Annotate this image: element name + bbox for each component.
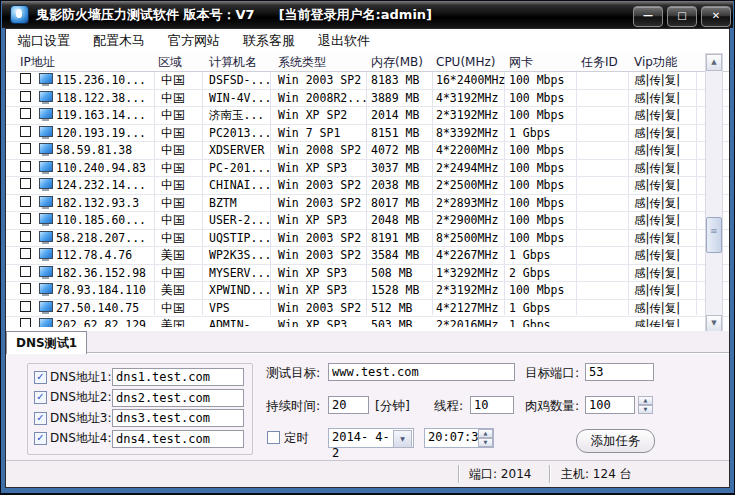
scroll-up-icon[interactable]: ▲ <box>706 54 722 71</box>
dns-checkbox[interactable]: ✓ <box>34 371 47 384</box>
table-row[interactable]: 202.62.82.129 美国 ADMIN-... Win XP SP3 50… <box>6 317 729 327</box>
time-picker[interactable]: 20:07:30 ▲ ▼ <box>424 428 494 448</box>
cell-computer-name: BZTM <box>209 196 237 210</box>
vertical-scrollbar[interactable]: ▲ ▼ <box>705 53 723 333</box>
status-hosts: 主机: 124 台 <box>561 466 632 483</box>
row-checkbox[interactable] <box>20 196 31 207</box>
cell-os: Win XP SP3 <box>278 213 347 227</box>
target-input[interactable] <box>328 363 515 381</box>
cell-ip: 119.163.14... <box>56 108 146 122</box>
row-checkbox[interactable] <box>20 318 31 327</box>
timer-checkbox[interactable] <box>267 431 280 444</box>
menu-item[interactable]: 退出软件 <box>318 32 370 50</box>
table-row[interactable]: 58.218.207... 中国 UQSTIP... Win 2003 SP2 … <box>6 230 729 248</box>
column-header[interactable]: 任务ID <box>581 54 618 70</box>
column-header[interactable]: 内存(MB) <box>371 54 423 70</box>
row-checkbox[interactable] <box>20 213 31 224</box>
dns-checkbox[interactable]: ✓ <box>34 432 47 445</box>
table-row[interactable]: 120.193.19... 中国 PC2013... Win 7 SP1 815… <box>6 125 729 143</box>
column-header[interactable]: 网卡 <box>509 54 533 70</box>
cell-network: 100 Mbps <box>509 283 564 297</box>
tab[interactable]: DNS测试1 <box>6 331 87 354</box>
cell-network: 100 Mbps <box>509 196 564 210</box>
cell-ip: 115.236.10... <box>56 73 146 87</box>
cell-network: 100 Mbps <box>509 91 564 105</box>
date-picker[interactable]: 2014- 4- 2 ▼ <box>328 428 414 448</box>
cell-memory: 3889 MB <box>371 91 419 105</box>
cell-memory: 2038 MB <box>371 178 419 192</box>
table-row[interactable]: 182.132.93.3 中国 BZTM Win 2003 SP2 8017 M… <box>6 195 729 213</box>
column-header[interactable]: 区域 <box>158 54 182 70</box>
dns-checkbox[interactable]: ✓ <box>34 391 47 404</box>
table-row[interactable]: 124.232.14... 中国 CHINAI... Win 2003 SP2 … <box>6 177 729 195</box>
row-checkbox[interactable] <box>20 143 31 154</box>
table-row[interactable]: 27.50.140.75 中国 VPS Win 2003 SP2 512 MB … <box>6 300 729 318</box>
bots-input[interactable] <box>585 396 635 414</box>
table-row[interactable]: 118.122.38... 中国 WIN-4V... Win 2008R2...… <box>6 90 729 108</box>
table-row[interactable]: 110.185.60... 中国 USER-2... Win XP SP3 20… <box>6 212 729 230</box>
column-header[interactable]: Vip功能 <box>634 54 677 70</box>
app-window: 鬼影防火墙压力测试软件 版本号：V7 [当前登录用户名:admin] — □ ✕… <box>0 0 735 495</box>
table-row[interactable]: 58.59.81.38 中国 XDSERVER Win 2008 SP2 407… <box>6 142 729 160</box>
column-header[interactable]: 计算机名 <box>209 54 257 70</box>
row-checkbox[interactable] <box>20 266 31 277</box>
cell-ip: 202.62.82.129 <box>56 318 146 327</box>
scrollbar-thumb[interactable] <box>706 217 722 253</box>
dns-address-input[interactable] <box>112 368 244 386</box>
scroll-down-icon[interactable]: ▼ <box>706 315 722 332</box>
threads-input[interactable] <box>470 396 514 414</box>
target-port-input[interactable] <box>585 363 654 381</box>
table-row[interactable]: 110.240.94.83 中国 PC-201... Win XP SP3 30… <box>6 160 729 178</box>
menu-item[interactable]: 端口设置 <box>18 32 70 50</box>
table-row[interactable]: 115.236.10... 中国 DSFSD-... Win 2003 SP2 … <box>6 72 729 90</box>
minimize-button[interactable]: — <box>633 6 663 27</box>
close-button[interactable]: ✕ <box>701 6 731 27</box>
row-checkbox[interactable] <box>20 91 31 102</box>
row-checkbox[interactable] <box>20 283 31 294</box>
table-row[interactable]: 182.36.152.98 中国 MYSERV... Win XP SP3 50… <box>6 265 729 283</box>
cell-memory: 2014 MB <box>371 108 419 122</box>
date-dropdown-icon[interactable]: ▼ <box>393 430 412 448</box>
row-checkbox[interactable] <box>20 73 31 84</box>
spin-up-icon[interactable]: ▲ <box>638 396 653 405</box>
column-header[interactable]: CPU(MHz) <box>436 54 495 70</box>
row-checkbox[interactable] <box>20 178 31 189</box>
spin-down-icon[interactable]: ▼ <box>638 405 653 414</box>
table-row[interactable]: 112.78.4.76 美国 WP2K3S... Win 2003 SP2 35… <box>6 247 729 265</box>
spin-down-icon[interactable]: ▼ <box>478 438 493 447</box>
computer-icon <box>39 126 53 137</box>
computer-icon <box>39 213 53 224</box>
menu-item[interactable]: 配置木马 <box>93 32 145 50</box>
dns-checkbox[interactable]: ✓ <box>34 412 47 425</box>
cell-region: 美国 <box>161 283 185 297</box>
cell-cpu: 2*2500MHz <box>436 178 498 192</box>
table-row[interactable]: 78.93.184.110 美国 XPWIND... Win XP SP3 15… <box>6 282 729 300</box>
table-row[interactable]: 119.163.14... 中国 济南玉... Win XP SP2 2014 … <box>6 107 729 125</box>
row-checkbox[interactable] <box>20 161 31 172</box>
dns-address-input[interactable] <box>112 430 244 448</box>
menu-item[interactable]: 官方网站 <box>168 32 220 50</box>
spin-up-icon[interactable]: ▲ <box>478 429 493 438</box>
status-divider <box>458 465 459 483</box>
row-checkbox[interactable] <box>20 231 31 242</box>
menu-item[interactable]: 联系客服 <box>243 32 295 50</box>
dns-address-input[interactable] <box>112 389 244 407</box>
cell-ip: 110.240.94.83 <box>56 161 146 175</box>
row-checkbox[interactable] <box>20 301 31 312</box>
cell-region: 中国 <box>161 178 185 192</box>
column-header[interactable]: 系统类型 <box>278 54 326 70</box>
cell-region: 中国 <box>161 161 185 175</box>
cell-computer-name: DSFSD-... <box>209 73 271 87</box>
cell-cpu: 2*3192MHz <box>436 283 498 297</box>
cell-memory: 3037 MB <box>371 161 419 175</box>
duration-input[interactable] <box>328 396 369 414</box>
column-header[interactable]: IP地址 <box>20 54 55 70</box>
cell-os: Win 2008 SP2 <box>278 143 361 157</box>
row-checkbox[interactable] <box>20 248 31 259</box>
add-task-button[interactable]: 添加任务 <box>576 429 655 453</box>
row-checkbox[interactable] <box>20 108 31 119</box>
dns-address-input[interactable] <box>112 409 244 427</box>
cell-region: 中国 <box>161 213 185 227</box>
row-checkbox[interactable] <box>20 126 31 137</box>
maximize-button[interactable]: □ <box>667 6 697 27</box>
